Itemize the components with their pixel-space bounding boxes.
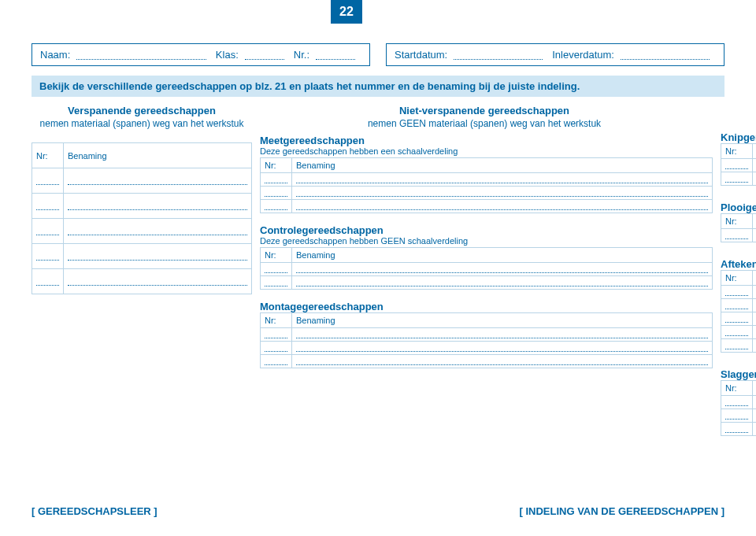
- cell-nr[interactable]: [261, 200, 292, 213]
- cell-nr[interactable]: [261, 276, 292, 290]
- cell-benaming[interactable]: [292, 328, 713, 342]
- cell-nr[interactable]: [721, 339, 753, 353]
- cell-benaming[interactable]: [753, 286, 757, 299]
- cell-benaming[interactable]: [753, 409, 757, 423]
- verspanende-title: Verspanende gereedschappen: [32, 105, 252, 118]
- cell-benaming[interactable]: [753, 159, 757, 172]
- plooi-block: Plooigereedschappen Nr: Benaming: [721, 201, 756, 242]
- cell-benaming[interactable]: [64, 219, 252, 244]
- cell-benaming[interactable]: [64, 168, 252, 194]
- afteken-block: Aftekengereedschappen Nr: Benaming: [721, 258, 756, 353]
- page-content: Naam: Klas: Nr.: Startdatum: Inleverdatu…: [32, 43, 724, 436]
- cell-nr[interactable]: [261, 328, 292, 342]
- th-benaming: Benaming: [753, 271, 757, 286]
- th-nr: Nr:: [721, 214, 753, 229]
- cell-benaming[interactable]: [64, 269, 252, 294]
- table-row: [721, 326, 757, 339]
- inleverdatum-label: Inleverdatum:: [552, 49, 614, 61]
- table-row: [721, 299, 757, 312]
- page-number: 22: [339, 5, 354, 19]
- th-benaming: Benaming: [753, 144, 757, 159]
- cell-nr[interactable]: [721, 172, 753, 186]
- cell-benaming[interactable]: [64, 244, 252, 269]
- cell-nr[interactable]: [32, 244, 64, 269]
- cell-benaming[interactable]: [64, 194, 252, 219]
- student-info-box: Naam: Klas: Nr.:: [32, 43, 370, 66]
- table-row: [261, 263, 713, 276]
- th-benaming: Benaming: [753, 381, 757, 396]
- cell-nr[interactable]: [721, 286, 753, 299]
- table-row: [261, 328, 713, 342]
- cell-nr[interactable]: [261, 355, 292, 368]
- montage-block: Montagegereedschappen Nr: Benaming: [260, 301, 713, 368]
- header-row: Naam: Klas: Nr.: Startdatum: Inleverdatu…: [32, 43, 724, 66]
- th-benaming: Benaming: [64, 143, 252, 168]
- cell-benaming[interactable]: [753, 396, 757, 409]
- niet-verspanende-title: Niet-verspanende gereedschappen: [256, 105, 713, 118]
- controle-sub: Deze gereedschappen hebben GEEN schaalve…: [260, 236, 713, 246]
- cell-nr[interactable]: [721, 326, 753, 339]
- cell-benaming[interactable]: [292, 187, 713, 200]
- cell-benaming[interactable]: [753, 229, 757, 242]
- meet-title: Meetgereedschappen: [260, 135, 713, 146]
- th-nr: Nr:: [721, 381, 753, 396]
- footer: [ GEREEDSCHAPSLEER ] [ INDELING VAN DE G…: [32, 505, 724, 517]
- slag-table: Nr: Benaming: [721, 380, 756, 436]
- th-nr: Nr:: [261, 248, 292, 263]
- instruction-text: Bekijk de verschillende gereedschappen o…: [39, 80, 580, 92]
- verspanende-header: Verspanende gereedschappen nemen materia…: [32, 105, 252, 130]
- table-row: [32, 219, 252, 244]
- cell-benaming[interactable]: [753, 312, 757, 326]
- startdatum-field[interactable]: [454, 50, 543, 60]
- cell-benaming[interactable]: [292, 276, 713, 290]
- cell-benaming[interactable]: [292, 342, 713, 355]
- cell-benaming[interactable]: [753, 339, 757, 353]
- cell-benaming[interactable]: [292, 173, 713, 187]
- controle-block: Controlegereedschappen Deze gereedschapp…: [260, 224, 713, 290]
- cell-nr[interactable]: [721, 312, 753, 326]
- cell-benaming[interactable]: [292, 200, 713, 213]
- th-nr: Nr:: [261, 158, 292, 173]
- nr-field[interactable]: [316, 50, 355, 60]
- table-row: [721, 312, 757, 326]
- th-benaming: Benaming: [292, 248, 713, 263]
- cell-nr[interactable]: [32, 219, 64, 244]
- th-nr: Nr:: [32, 143, 64, 168]
- controle-title: Controlegereedschappen: [260, 224, 713, 236]
- table-row: [261, 173, 713, 187]
- slag-block: Slaggereedschappen Nr: Benaming: [721, 368, 756, 436]
- th-benaming: Benaming: [292, 313, 713, 328]
- cell-benaming[interactable]: [753, 299, 757, 312]
- cell-nr[interactable]: [261, 263, 292, 276]
- footer-left: [ GEREEDSCHAPSLEER ]: [32, 505, 158, 517]
- table-row: [32, 244, 252, 269]
- table-row: [721, 159, 757, 172]
- cell-nr[interactable]: [261, 187, 292, 200]
- cell-nr[interactable]: [261, 173, 292, 187]
- cell-nr[interactable]: [721, 409, 753, 423]
- inleverdatum-field[interactable]: [621, 50, 710, 60]
- cell-benaming[interactable]: [292, 263, 713, 276]
- cell-nr[interactable]: [721, 229, 753, 242]
- cell-benaming[interactable]: [753, 172, 757, 186]
- cell-nr[interactable]: [261, 342, 292, 355]
- cell-benaming[interactable]: [753, 326, 757, 339]
- cell-benaming[interactable]: [753, 423, 757, 436]
- montage-title: Montagegereedschappen: [260, 301, 713, 312]
- naam-field[interactable]: [76, 50, 206, 60]
- meet-block: Meetgereedschappen Deze gereedschappen h…: [260, 135, 713, 213]
- startdatum-label: Startdatum:: [395, 49, 447, 61]
- cell-nr[interactable]: [721, 423, 753, 436]
- klas-field[interactable]: [245, 50, 284, 60]
- cell-nr[interactable]: [32, 269, 64, 294]
- cell-nr[interactable]: [32, 194, 64, 219]
- cell-nr[interactable]: [32, 168, 64, 194]
- klas-label: Klas:: [216, 49, 239, 61]
- th-benaming: Benaming: [753, 214, 757, 229]
- slag-title: Slaggereedschappen: [721, 368, 756, 380]
- cell-nr[interactable]: [721, 396, 753, 409]
- cell-nr[interactable]: [721, 159, 753, 172]
- cell-benaming[interactable]: [292, 355, 713, 368]
- cell-nr[interactable]: [721, 299, 753, 312]
- table-row: [32, 168, 252, 194]
